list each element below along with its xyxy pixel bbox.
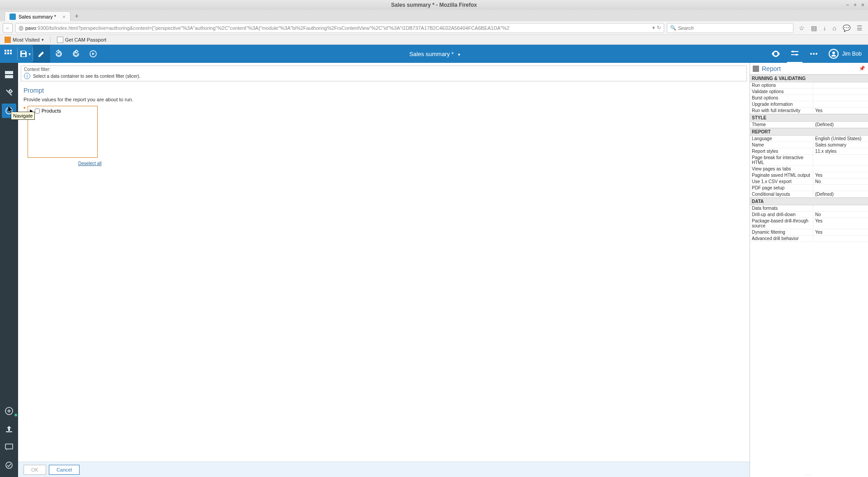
svg-point-13 (810, 53, 812, 55)
prop-page-break[interactable]: Page break for interactive HTML (750, 155, 868, 166)
prop-report-styles[interactable]: Report styles11.x styles (750, 148, 868, 155)
home-icon[interactable]: ⌂ (833, 24, 836, 32)
downloads-icon[interactable]: ↓ (823, 24, 826, 32)
prop-validate-options[interactable]: Validate options (750, 89, 868, 95)
globe-icon: ◍ (19, 24, 24, 31)
resize-handle[interactable]: .... (750, 471, 868, 477)
bookmark-most-visited[interactable]: Most Visited ▾ (5, 37, 44, 43)
redo-button[interactable] (67, 45, 85, 63)
bookmark-star-icon[interactable]: ☆ (799, 24, 805, 32)
properties-title: Report (762, 65, 859, 72)
maximize-icon[interactable]: + (854, 2, 857, 8)
new-tab-button[interactable]: + (75, 12, 79, 19)
validate-button[interactable] (2, 458, 16, 472)
tooltip: Navigate (11, 112, 35, 120)
chevron-down-icon: ▾ (42, 38, 44, 42)
preview-button[interactable] (768, 45, 783, 63)
library-icon[interactable]: ▤ (811, 24, 817, 32)
tree-item-label: Products (42, 108, 61, 113)
prop-run-interactivity[interactable]: Run with full interactivityYes (750, 108, 868, 114)
more-button[interactable] (806, 45, 821, 63)
share-button[interactable] (2, 422, 16, 436)
browser-tab[interactable]: Sales summary * × (5, 11, 71, 21)
svg-rect-6 (22, 54, 25, 57)
prop-cond-layouts[interactable]: Conditional layouts(Defined) (750, 191, 868, 198)
prop-drill[interactable]: Drill-up and drill-downNo (750, 212, 868, 218)
svg-rect-22 (5, 444, 13, 449)
comments-button[interactable] (2, 440, 16, 454)
back-button[interactable]: ← (3, 23, 13, 33)
search-box[interactable]: 🔍 (667, 23, 793, 33)
edit-button[interactable] (33, 45, 50, 63)
prop-paginate[interactable]: Paginate saved HTML outputYes (750, 172, 868, 179)
prompt-area: Prompt Provide values for the report you… (18, 84, 750, 462)
tab-title: Sales summary * (19, 14, 56, 19)
bookmarks-bar: Most Visited ▾ Get CAM Passport (0, 35, 868, 45)
context-filter-label: Context filter: (24, 67, 744, 72)
tab-favicon-icon (9, 14, 16, 20)
prop-view-pages-tabs[interactable]: View pages as tabs (750, 166, 868, 172)
prop-burst-options[interactable]: Burst options (750, 95, 868, 101)
tree-item-products[interactable]: ▶ Products (30, 108, 95, 113)
svg-rect-2 (10, 50, 12, 52)
properties-button[interactable] (787, 45, 802, 63)
bookmark-label: Get CAM Passport (65, 37, 107, 43)
prop-dynamic-filter[interactable]: Dynamic filteringYes (750, 229, 868, 236)
svg-rect-10 (791, 51, 798, 52)
prop-theme[interactable]: Theme(Defined) (750, 122, 868, 128)
svg-rect-4 (7, 52, 9, 54)
toolbox-button[interactable] (2, 85, 16, 100)
menu-icon[interactable]: ☰ (857, 24, 863, 32)
svg-rect-0 (5, 50, 6, 52)
run-button[interactable] (85, 45, 102, 63)
prop-language[interactable]: LanguageEnglish (United States) (750, 136, 868, 142)
prop-csv[interactable]: Use 1.x CSV exportNo (750, 179, 868, 185)
tab-close-icon[interactable]: × (62, 14, 65, 19)
add-button[interactable] (2, 404, 16, 418)
url-input[interactable]: ◍ pavo:9300/bi/index.html?perspective=au… (15, 23, 664, 33)
browser-url-bar: ← ◍ pavo:9300/bi/index.html?perspective=… (0, 21, 868, 35)
title-text: Sales summary * (409, 51, 453, 57)
deselect-all-link[interactable]: Deselect all (78, 161, 102, 166)
svg-rect-5 (10, 52, 12, 54)
ok-button[interactable]: OK (24, 465, 46, 475)
required-asterisk-icon: * (24, 106, 26, 112)
close-icon[interactable]: × (861, 2, 864, 8)
svg-rect-7 (22, 51, 25, 53)
svg-rect-12 (791, 54, 798, 55)
user-menu[interactable]: Jim Bob (829, 49, 862, 59)
save-button[interactable]: ▾ (18, 45, 33, 63)
reload-icon[interactable]: ↻ (657, 25, 661, 31)
info-icon: i (24, 73, 30, 79)
section-report: REPORT (750, 128, 868, 136)
prop-pdf[interactable]: PDF page setup (750, 185, 868, 191)
minimize-icon[interactable]: − (846, 2, 849, 8)
bookmark-cam-passport[interactable]: Get CAM Passport (57, 37, 107, 43)
cancel-button[interactable]: Cancel (49, 465, 80, 475)
user-avatar-icon (829, 49, 839, 59)
prop-run-options[interactable]: Run options (750, 82, 868, 89)
document-title[interactable]: Sales summary * ▾ (102, 51, 768, 57)
prompt-tree[interactable]: ▶ Products (28, 106, 98, 158)
prop-name[interactable]: NameSales summary (750, 142, 868, 148)
search-input[interactable] (678, 25, 790, 31)
chat-icon[interactable]: 💬 (843, 24, 850, 32)
data-panel-button[interactable] (2, 67, 16, 82)
folder-icon (5, 37, 11, 43)
os-titlebar: Sales summary * - Mozilla Firefox − + × (0, 0, 868, 10)
left-nav: Navigate (0, 63, 18, 477)
pin-icon[interactable]: 📌 (859, 66, 865, 71)
app-menu-button[interactable] (0, 45, 17, 63)
svg-rect-21 (6, 431, 12, 432)
prop-upgrade-info[interactable]: Upgrade information (750, 101, 868, 108)
prop-package-drill[interactable]: Package-based drill-through sourceYes (750, 218, 868, 229)
dropdown-icon[interactable]: ▾ (652, 25, 655, 31)
svg-point-16 (832, 52, 835, 54)
prompt-title: Prompt (24, 87, 744, 94)
prop-data-formats[interactable]: Data formats (750, 205, 868, 212)
properties-panel: Report 📌 RUNNING & VALIDATING Run option… (750, 63, 868, 477)
tree-checkbox[interactable] (35, 109, 40, 113)
svg-point-14 (813, 53, 815, 55)
undo-button[interactable] (50, 45, 67, 63)
prop-adv-drill[interactable]: Advanced drill behavior (750, 236, 868, 242)
